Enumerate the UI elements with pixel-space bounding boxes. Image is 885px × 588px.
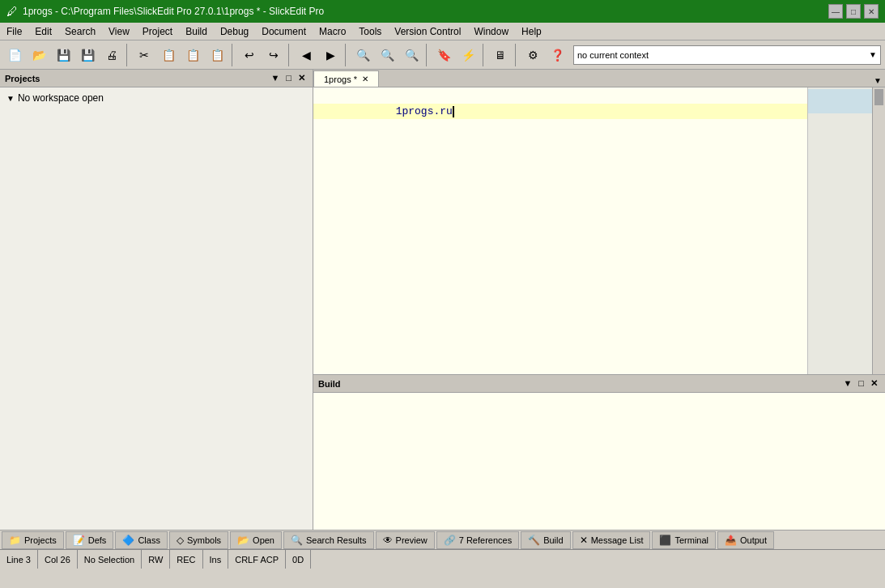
menu-project[interactable]: Project <box>136 24 179 39</box>
save-button[interactable]: 💾 <box>52 44 74 66</box>
save-as-button[interactable]: 💾 <box>76 44 99 66</box>
status-bar: Line 3 Col 26 No Selection RW REC Ins CR… <box>0 549 885 569</box>
menu-tools[interactable]: Tools <box>352 24 388 39</box>
scrollbar-thumb[interactable] <box>874 89 883 105</box>
settings-button[interactable]: ⚙ <box>521 44 544 66</box>
menu-search[interactable]: Search <box>58 24 102 39</box>
cut-button[interactable]: ✂ <box>133 44 155 66</box>
menu-version-control[interactable]: Version Control <box>388 24 467 39</box>
projects-tab-label: Projects <box>24 535 57 545</box>
bookmark-button[interactable]: 🔖 <box>432 44 455 66</box>
output-tab-icon: 📤 <box>725 535 737 546</box>
menu-build[interactable]: Build <box>179 24 214 39</box>
build-panel-header: Build ▼ □ ✕ <box>313 375 885 393</box>
tab-output[interactable]: 📤 Output <box>717 531 774 549</box>
status-selection: No Selection <box>78 550 142 569</box>
tab-message-list[interactable]: ✕ Message List <box>572 531 651 549</box>
forward-button[interactable]: ▶ <box>319 44 342 66</box>
editor-scrollbar[interactable] <box>872 87 885 374</box>
projects-content: ▼ No workspace open <box>0 87 313 530</box>
preview-tab-label: Preview <box>396 535 428 545</box>
tab-bar: 1progs * ✕ ▼ <box>313 70 885 87</box>
tab-references[interactable]: 🔗 7 References <box>436 531 519 549</box>
status-ins: Ins <box>203 550 229 569</box>
tab-open[interactable]: 📂 Open <box>230 531 282 549</box>
window-title: 1progs - C:\Program Files\SlickEdit Pro … <box>23 6 828 17</box>
tab-projects[interactable]: 📁 Projects <box>2 531 64 549</box>
code-editor[interactable]: 1progs.ru <box>313 87 885 374</box>
editor-tab-1progs[interactable]: 1progs * ✕ <box>313 70 379 87</box>
monitor-button[interactable]: 🖥 <box>489 44 512 66</box>
back-button[interactable]: ◀ <box>295 44 317 66</box>
toolbar-sep-5 <box>426 44 429 66</box>
tab-search-results[interactable]: 🔍 Search Results <box>283 531 374 549</box>
tab-preview[interactable]: 👁 Preview <box>376 531 435 549</box>
toolbar-sep-3 <box>288 44 291 66</box>
menu-edit[interactable]: Edit <box>28 24 58 39</box>
panel-controls: ▼ □ ✕ <box>268 73 308 83</box>
run-button[interactable]: ⚡ <box>457 44 479 66</box>
new-file-button[interactable]: 📄 <box>3 44 26 66</box>
open-tab-icon: 📂 <box>237 535 249 546</box>
chevron-down-icon: ▼ <box>869 50 877 59</box>
bottom-tabs: 📁 Projects 📝 Defs 🔷 Class ◇ Symbols 📂 Op… <box>0 530 885 549</box>
tab-build[interactable]: 🔨 Build <box>521 531 570 549</box>
build-tab-icon: 🔨 <box>528 535 540 546</box>
maximize-button[interactable]: □ <box>846 4 861 19</box>
tab-label: 1progs * <box>324 75 357 84</box>
tab-terminal[interactable]: ⬛ Terminal <box>652 531 716 549</box>
status-rw: RW <box>142 550 170 569</box>
panel-close-button[interactable]: ✕ <box>296 73 308 83</box>
open-file-button[interactable]: 📂 <box>28 44 50 66</box>
menu-window[interactable]: Window <box>467 24 515 39</box>
copy-button[interactable]: 📋 <box>157 44 180 66</box>
tab-dropdown-button[interactable]: ▼ <box>870 75 885 87</box>
menu-debug[interactable]: Debug <box>214 24 255 39</box>
menu-file[interactable]: File <box>0 24 28 39</box>
workspace-tree-item[interactable]: ▼ No workspace open <box>3 91 309 105</box>
panel-float-button[interactable]: □ <box>283 73 294 83</box>
undo-button[interactable]: ↩ <box>238 44 261 66</box>
message-list-tab-label: Message List <box>591 535 644 545</box>
build-panel-float[interactable]: □ <box>856 378 866 389</box>
find-refs-button[interactable]: 🔍 <box>400 44 423 66</box>
find-button[interactable]: 🔍 <box>351 44 374 66</box>
menu-view[interactable]: View <box>102 24 136 39</box>
minimize-button[interactable]: — <box>828 4 843 19</box>
message-list-tab-icon: ✕ <box>580 535 588 546</box>
panel-minimize-button[interactable]: ▼ <box>268 73 282 83</box>
app-icon: 🖊 <box>6 5 18 18</box>
tab-close-button[interactable]: ✕ <box>362 75 368 83</box>
references-tab-label: 7 References <box>459 535 512 545</box>
projects-panel: Projects ▼ □ ✕ ▼ No workspace open <box>0 70 313 530</box>
print-button[interactable]: 🖨 <box>100 44 123 66</box>
build-panel-close[interactable]: ✕ <box>868 378 880 389</box>
tab-symbols[interactable]: ◇ Symbols <box>169 531 228 549</box>
find-in-files-button[interactable]: 🔍 <box>376 44 398 66</box>
build-panel-controls: ▼ □ ✕ <box>840 378 880 389</box>
references-tab-icon: 🔗 <box>444 535 456 546</box>
symbols-tab-label: Symbols <box>187 535 221 545</box>
editor-cursor-line: 1progs.ru <box>313 104 885 119</box>
build-panel-minimize[interactable]: ▼ <box>840 378 854 389</box>
workspace-label: No workspace open <box>18 92 104 104</box>
tab-defs[interactable]: 📝 Defs <box>66 531 114 549</box>
toolbar-sep-4 <box>345 44 348 66</box>
context-dropdown[interactable]: no current context ▼ <box>573 45 881 65</box>
tree-arrow-icon: ▼ <box>6 94 15 103</box>
search-results-tab-icon: 🔍 <box>291 535 303 546</box>
menu-macro[interactable]: Macro <box>313 24 352 39</box>
help-button[interactable]: ❓ <box>546 44 568 66</box>
tab-class[interactable]: 🔷 Class <box>115 531 168 549</box>
editor-area: 1progs * ✕ ▼ 1progs.ru <box>313 70 885 530</box>
clipboard-button[interactable]: 📋 <box>206 44 228 66</box>
redo-button[interactable]: ↪ <box>262 44 285 66</box>
close-button[interactable]: ✕ <box>864 4 879 19</box>
build-tab-label: Build <box>543 535 563 545</box>
menu-document[interactable]: Document <box>255 24 313 39</box>
status-line-ending: CRLF ACP <box>228 550 286 569</box>
toolbar-sep-2 <box>232 44 235 66</box>
menu-help[interactable]: Help <box>515 24 548 39</box>
terminal-tab-icon: ⬛ <box>659 535 671 546</box>
paste-button[interactable]: 📋 <box>181 44 204 66</box>
